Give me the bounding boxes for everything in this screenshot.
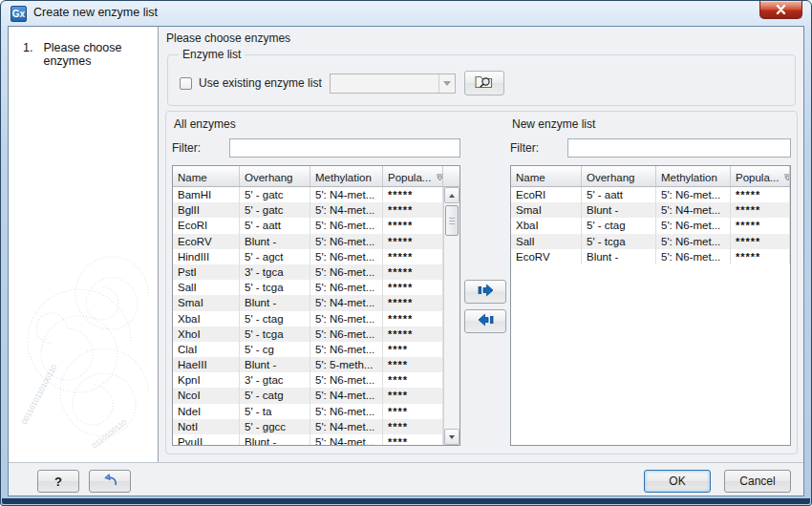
table-cell-methylation: 5': N6-met... (310, 327, 383, 342)
table-row[interactable]: HaeIIIBlunt -5': 5-meth...**** (173, 357, 443, 372)
close-button[interactable] (759, 1, 802, 19)
column-header-overhang[interactable]: Overhang (240, 166, 310, 186)
table-cell-name: PvuII (173, 434, 240, 445)
table-cell-name: SalI (173, 280, 240, 295)
table-cell-name: HaeIII (173, 357, 240, 372)
all-enzymes-filter-input[interactable] (229, 138, 460, 158)
table-row[interactable]: BamHI5' - gatc5': N4-met...***** (173, 187, 443, 202)
table-row[interactable]: NotI5' - ggcc5': N4-met...**** (173, 419, 443, 434)
table-row[interactable]: EcoRVBlunt -5': N6-met...***** (511, 249, 790, 264)
undo-arrow-icon (102, 473, 118, 491)
column-header-methylation[interactable]: Methylation (310, 166, 383, 186)
reset-button[interactable] (89, 470, 131, 493)
scrollbar-thumb[interactable] (445, 205, 459, 236)
chevron-down-icon (438, 74, 455, 93)
remove-enzyme-button[interactable] (464, 309, 506, 333)
table-row[interactable]: XhoI5' - tcga5': N6-met...***** (173, 327, 443, 342)
cancel-button[interactable]: Cancel (724, 470, 791, 493)
title-bar[interactable]: Gx Create new enzyme list (1, 1, 811, 26)
table-cell-overhang: Blunt - (582, 202, 656, 218)
table-cell-methylation: 5': N6-met... (656, 249, 731, 264)
table-cell-methylation: 5': N6-met... (656, 234, 731, 249)
new-enzyme-list-filter-input[interactable] (567, 138, 791, 158)
table-cell-overhang: 5' - tcga (240, 280, 310, 295)
table-cell-popularity: ***** (383, 187, 443, 202)
table-row[interactable]: EcoRI5' - aatt5': N6-met...***** (511, 187, 790, 202)
use-existing-enzyme-list-checkbox[interactable] (180, 77, 192, 90)
table-cell-methylation: 5': N6-met... (310, 342, 383, 357)
table-row[interactable]: PvuIIBlunt -5': N4-met...**** (173, 434, 443, 445)
vertical-scrollbar[interactable] (443, 187, 459, 445)
table-cell-popularity: ***** (383, 311, 443, 327)
column-header-name[interactable]: Name (173, 166, 240, 186)
table-cell-overhang: 5' - tcga (582, 234, 656, 249)
app-icon: Gx (11, 6, 27, 22)
column-header-overhang[interactable]: Overhang (582, 166, 656, 186)
help-button[interactable]: ? (37, 470, 79, 493)
table-cell-name: EcoRI (173, 218, 240, 233)
transfer-buttons (464, 280, 506, 333)
table-cell-name: SalI (511, 234, 582, 249)
table-cell-methylation: 5': N6-met... (310, 404, 383, 419)
table-cell-name: PstI (173, 264, 240, 280)
table-row[interactable]: BglII5' - gatc5': N4-met...***** (173, 202, 443, 218)
ok-button[interactable]: OK (644, 470, 711, 493)
groupbox-title: Enzyme list (179, 48, 245, 61)
table-row[interactable]: PstI3' - tgca5': N6-met...***** (173, 264, 443, 280)
table-cell-overhang: 5' - agct (240, 249, 310, 264)
table-cell-methylation: 5': N6-met... (310, 372, 383, 388)
table-cell-overhang: 5' - catg (240, 388, 310, 403)
table-row[interactable]: XbaI5' - ctag5': N6-met...***** (511, 218, 790, 233)
add-enzyme-button[interactable] (464, 280, 506, 304)
table-row[interactable]: NcoI5' - catg5': N4-met...**** (173, 388, 443, 403)
table-cell-popularity: **** (383, 434, 443, 445)
column-header-methylation[interactable]: Methylation (656, 166, 731, 186)
table-row[interactable]: EcoRI5' - aatt5': N6-met...***** (173, 218, 443, 233)
window-title: Create new enzyme list (33, 6, 158, 19)
browse-enzyme-list-button[interactable] (464, 71, 504, 95)
step-number: 1. (23, 41, 32, 68)
new-enzyme-list-title: New enzyme list (512, 117, 791, 131)
table-cell-overhang: 5' - ctag (582, 218, 656, 233)
enzyme-list-combobox[interactable] (330, 74, 456, 94)
table-cell-overhang: 5' - tcga (240, 327, 310, 342)
table-row[interactable]: XbaI5' - ctag5': N6-met...***** (173, 311, 443, 327)
table-cell-popularity: ***** (383, 202, 443, 218)
table-cell-popularity: ***** (731, 218, 790, 233)
table-row[interactable]: SalI5' - tcga5': N6-met...***** (511, 234, 790, 249)
table-row[interactable]: KpnI3' - gtac5': N6-met...**** (173, 372, 443, 388)
table-cell-popularity: ***** (383, 295, 443, 310)
arrow-right-icon (477, 284, 495, 301)
table-cell-name: NotI (173, 419, 240, 434)
table-row[interactable]: ClaI5' - cg5': N6-met...**** (173, 342, 443, 357)
all-enzymes-rows: BamHI5' - gatc5': N4-met...*****BglII5' … (173, 187, 443, 445)
table-cell-popularity: ***** (731, 249, 790, 264)
sort-descending-icon (783, 172, 790, 183)
table-cell-name: EcoRV (173, 234, 240, 249)
scroll-up-icon[interactable] (444, 187, 459, 203)
scroll-down-icon[interactable] (444, 429, 459, 445)
table-row[interactable]: SmaIBlunt -5': N4-met...***** (173, 295, 443, 310)
table-row[interactable]: NdeI5' - ta5': N6-met...**** (173, 404, 443, 419)
table-cell-overhang: 5' - gatc (240, 187, 310, 202)
table-row[interactable]: SalI5' - tcga5': N6-met...***** (173, 280, 443, 295)
new-enzyme-list-rows: EcoRI5' - aatt5': N6-met...*****SmaIBlun… (511, 187, 790, 445)
column-header-name[interactable]: Name (511, 166, 582, 186)
use-existing-enzyme-list-label: Use existing enzyme list (199, 76, 322, 90)
column-header-popularity[interactable]: Popula... (731, 166, 790, 186)
table-cell-methylation: 5': N6-met... (310, 234, 383, 249)
watermark-binary-text: 0011010110100110 (20, 363, 59, 426)
column-header-popularity[interactable]: Popula... (383, 166, 443, 186)
table-row[interactable]: SmaIBlunt -5': N4-met...***** (511, 202, 790, 218)
page-title: Please choose enzymes (166, 32, 290, 45)
dialog-window: Gx Create new enzyme list 1. Please choo… (0, 0, 812, 506)
table-cell-popularity: **** (383, 419, 443, 434)
table-cell-methylation: 5': N6-met... (310, 249, 383, 264)
table-row[interactable]: EcoRVBlunt -5': N6-met...***** (173, 234, 443, 249)
table-cell-popularity: **** (383, 357, 443, 372)
table-cell-name: BamHI (173, 187, 240, 202)
table-cell-overhang: 5' - aatt (240, 218, 310, 233)
table-row[interactable]: HindIII5' - agct5': N6-met...***** (173, 249, 443, 264)
sort-descending-icon (436, 172, 443, 183)
filter-label: Filter: (510, 141, 567, 155)
